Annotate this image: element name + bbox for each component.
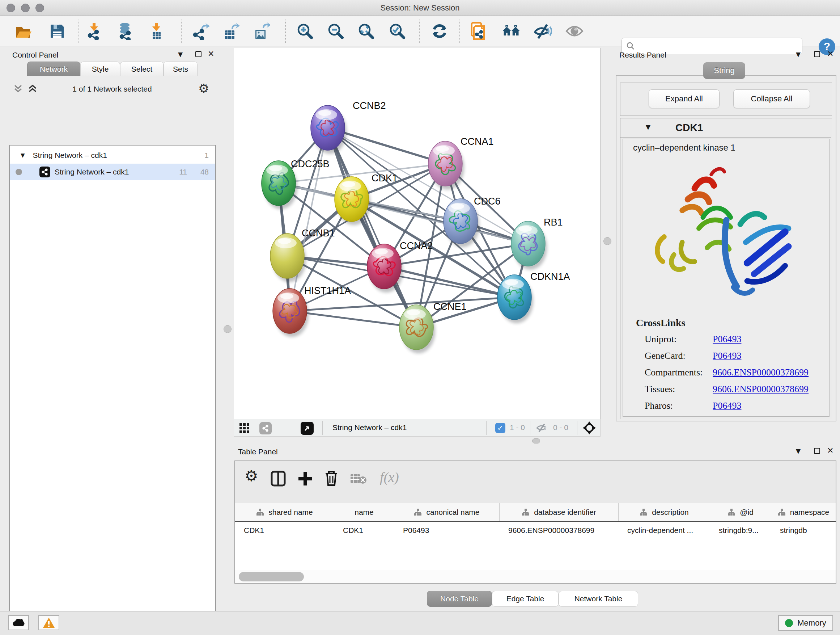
tab-string[interactable]: String [703, 62, 745, 79]
import-table-from-file-icon[interactable] [147, 22, 166, 41]
network-canvas[interactable]: CCNB2CCNA1CDC25BCDK1CDC6RB1CCNB1CCNA2CDK… [234, 48, 600, 419]
import-network-from-database-icon[interactable] [115, 22, 134, 41]
network-row[interactable]: String Network – cdk1 11 48 [10, 164, 215, 180]
first-neighbors-icon[interactable] [502, 22, 521, 41]
grid-view-icon[interactable] [239, 423, 250, 434]
network-type-icon [39, 166, 50, 177]
tab-select[interactable]: Select [120, 62, 164, 76]
control-panel-close-icon[interactable]: ✕ [208, 49, 214, 58]
network-node-ccne1[interactable]: CCNE1 [399, 301, 467, 353]
import-network-from-file-icon[interactable] [85, 22, 103, 41]
network-node-cdkn1a[interactable]: CDKN1A [497, 271, 570, 323]
control-panel-float-icon[interactable] [195, 51, 202, 57]
zoom-fit-icon[interactable] [357, 22, 376, 41]
cell-name[interactable]: CDK1 [334, 522, 394, 539]
table-panel-close-icon[interactable]: ✕ [827, 446, 834, 455]
delete-table-icon[interactable] [350, 473, 367, 485]
network-edge-count: 48 [201, 168, 209, 176]
table-panel-float-icon[interactable] [814, 448, 820, 454]
memory-button[interactable]: Memory [778, 615, 833, 631]
network-node-ccnb1[interactable]: CCNB1 [270, 228, 335, 282]
hide-selected-icon[interactable] [533, 22, 552, 41]
cell-id[interactable]: stringdb:9... [710, 522, 771, 539]
control-panel-menu-icon[interactable]: ▼ [178, 51, 183, 58]
tab-style[interactable]: Style [80, 62, 120, 76]
toggle-columns-icon[interactable] [271, 470, 286, 486]
birds-eye-view-icon[interactable] [301, 422, 314, 435]
bottom-splitter-handle[interactable] [532, 439, 540, 443]
left-splitter-handle[interactable] [224, 325, 232, 333]
network-options-gear-icon[interactable]: ⚙ [198, 81, 209, 96]
save-session-icon[interactable] [48, 22, 66, 41]
network-node-cdc25b[interactable]: CDC25B [262, 158, 330, 209]
column-header-id[interactable]: @id [710, 503, 771, 521]
node-label: CCNB1 [302, 228, 335, 239]
open-session-icon[interactable] [14, 22, 33, 41]
cell-description[interactable]: cyclin-dependent ... [619, 522, 710, 539]
selected-items-checkbox-icon[interactable]: ✓ [495, 423, 505, 433]
pan-mode-icon[interactable] [583, 421, 596, 434]
results-panel-float-icon[interactable] [814, 51, 820, 57]
column-header-name[interactable]: name [334, 503, 394, 521]
network-node-ccna1[interactable]: CCNA1 [428, 136, 494, 190]
cell-canonical-name[interactable]: P06493 [394, 522, 500, 539]
network-edge[interactable] [290, 128, 328, 311]
right-splitter-handle[interactable] [603, 237, 611, 245]
zoom-in-icon[interactable] [295, 22, 314, 41]
function-builder-icon[interactable]: f(x) [380, 469, 399, 485]
tab-network-table[interactable]: Network Table [559, 591, 638, 607]
crosslink-link[interactable]: 9606.ENSP00000378699 [713, 367, 808, 378]
collapse-all-icon[interactable] [13, 84, 23, 93]
crosslink-link[interactable]: P06493 [713, 334, 741, 345]
network-node-hist1h1a[interactable]: HIST1H1A [273, 285, 351, 337]
add-column-icon[interactable] [297, 470, 313, 486]
network-node-cdc6[interactable]: CDC6 [444, 196, 501, 247]
cloud-status-button[interactable] [8, 615, 29, 630]
zoom-selected-icon[interactable] [388, 22, 407, 41]
crosslink-link[interactable]: P06493 [713, 350, 741, 361]
column-header-database-identifier[interactable]: database identifier [500, 503, 619, 521]
section-title: CDK1 [676, 122, 703, 134]
column-header-shared-name[interactable]: shared name [235, 503, 334, 521]
warnings-button[interactable] [38, 615, 59, 630]
delete-column-icon[interactable] [324, 470, 339, 486]
export-table-icon[interactable] [221, 22, 240, 41]
section-expander-icon[interactable]: ▼ [646, 124, 651, 131]
tab-node-table[interactable]: Node Table [427, 591, 492, 607]
table-panel-menu-icon[interactable]: ▼ [796, 448, 801, 455]
network-node-rb1[interactable]: RB1 [511, 217, 563, 270]
expand-all-icon[interactable] [27, 84, 38, 93]
network-edge[interactable] [290, 311, 416, 327]
network-node-cdk1[interactable]: CDK1 [335, 173, 398, 225]
export-network-icon[interactable] [192, 22, 210, 41]
collapse-all-button[interactable]: Collapse All [733, 89, 810, 108]
crosslink-link[interactable]: 9606.ENSP00000378699 [713, 384, 808, 394]
table-settings-gear-icon[interactable]: ⚙ [245, 467, 258, 485]
zoom-out-icon[interactable] [326, 22, 345, 41]
cell-database-identifier[interactable]: 9606.ENSP00000378699 [500, 522, 619, 539]
column-header-canonical-name[interactable]: canonical name [394, 503, 500, 521]
crosslinks-title: CrossLinks [636, 317, 685, 329]
tab-edge-table[interactable]: Edge Table [492, 591, 559, 607]
cell-shared-name[interactable]: CDK1 [235, 522, 334, 539]
column-header-namespace[interactable]: namespace [771, 503, 836, 521]
show-hidden-icon[interactable] [565, 22, 584, 41]
cell-namespace[interactable]: stringdb [771, 522, 836, 539]
table-row[interactable]: CDK1 CDK1 P06493 9606.ENSP00000378699 cy… [235, 522, 836, 539]
scrollbar-thumb[interactable] [239, 572, 304, 581]
collection-expander-icon[interactable]: ▼ [21, 152, 25, 158]
results-panel-close-icon[interactable]: ✕ [827, 49, 834, 58]
expand-all-button[interactable]: Expand All [649, 89, 720, 108]
network-edge[interactable] [328, 128, 416, 327]
clone-network-icon[interactable] [470, 22, 489, 41]
refresh-icon[interactable] [430, 22, 449, 41]
network-view-type-icon[interactable] [259, 422, 272, 434]
network-collection-row[interactable]: ▼ String Network – cdk1 1 [10, 147, 215, 164]
crosslink-link[interactable]: P06493 [713, 401, 741, 411]
export-image-icon[interactable] [252, 22, 271, 41]
column-header-description[interactable]: description [619, 503, 710, 521]
tab-sets[interactable]: Sets [164, 62, 197, 76]
tab-network[interactable]: Network [27, 62, 80, 76]
crosslink-label: Compartments: [645, 367, 703, 378]
results-panel-menu-icon[interactable]: ▼ [796, 51, 801, 58]
